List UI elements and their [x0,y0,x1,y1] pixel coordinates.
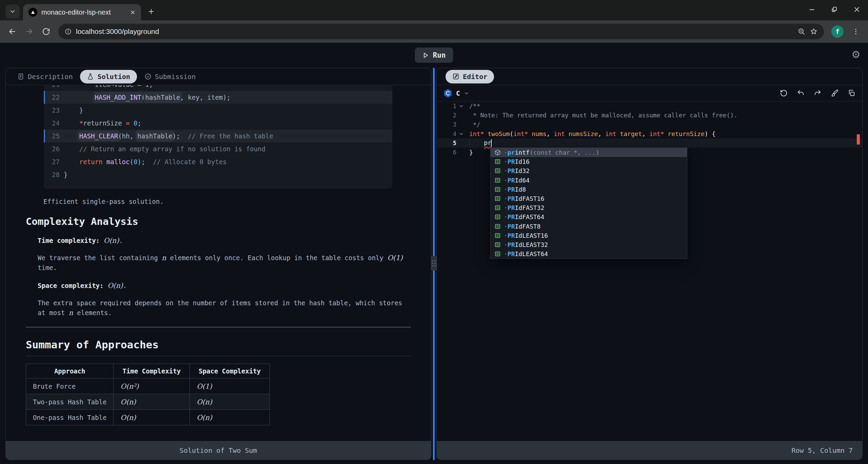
tab-search-button[interactable] [5,4,20,19]
run-button[interactable]: Run [415,47,453,63]
run-label: Run [433,51,446,59]
tab-solution[interactable]: Solution [80,70,137,83]
text-symbol-icon [494,168,501,174]
table-row: Two-pass Hash TableO(n)O(n) [26,394,270,410]
back-button[interactable] [5,25,19,38]
arrow-right-icon [25,27,34,36]
table-header: Space Complexity [190,364,270,379]
text-symbol-icon [494,251,501,257]
text-symbol-icon [494,205,501,211]
intro-paragraph: Efficient single-pass solution. [43,197,410,207]
complexity-heading: Complexity Analysis [26,215,431,228]
code-line: 28} [44,168,392,181]
space-complexity-paragraph: The extra space required depends on the … [38,298,404,318]
browser-tab[interactable]: monaco-editor-lsp-next [23,4,141,20]
url-text[interactable]: localhost:3000/playground [76,27,159,36]
monaco-editor[interactable]: 1/**2 * Note: The returned array must be… [437,101,862,441]
address-bar[interactable]: localhost:3000/playground [58,24,824,39]
suggest-item[interactable]: ·PRIdLEAST16 [491,231,687,240]
solution-content[interactable]: 21 item→value = 1;22 HASH_ADD_INT(hashTa… [6,85,431,441]
code-line: 23 } [44,104,392,117]
tab-editor[interactable]: Editor [446,70,494,83]
chevron-down-icon [464,91,469,96]
language-label: C [456,89,460,97]
format-brush-button[interactable] [830,89,839,97]
suggest-item[interactable]: ·PRIdFAST64 [491,212,687,221]
reset-button[interactable] [780,89,788,97]
problem-panel: Description Solution Submission 21 item→… [5,68,431,460]
kebab-menu-icon [852,28,860,35]
reload-button[interactable] [39,25,53,38]
problem-footer: Solution of Two Sum [6,441,431,460]
panel-resizer[interactable] [431,68,436,460]
table-header: Time Complexity [114,364,190,379]
close-window-button[interactable] [846,0,868,19]
fold-chevron-icon[interactable] [456,131,466,136]
document-icon [17,73,24,80]
text-symbol-icon [494,195,501,202]
play-icon [422,52,429,59]
resizer-grip-icon[interactable] [431,256,437,271]
zoom-out-icon[interactable] [797,27,806,36]
chevron-down-icon [9,8,16,15]
suggest-item[interactable]: ·PRIdFAST8 [491,222,687,231]
editor-line[interactable]: 5 pr [437,138,862,148]
tab-submission-label: Submission [155,73,196,81]
browser-tab-title: monaco-editor-lsp-next [41,8,126,16]
browser-toolbar: localhost:3000/playground f [0,20,868,43]
space-complexity-line: Space complexity: O(n). [38,281,431,291]
tab-description-label: Description [28,73,73,81]
text-symbol-icon [494,177,501,183]
indent-guide [469,138,470,148]
editor-toolbar: C [437,85,862,101]
undo-button[interactable] [796,89,805,97]
browser-menu-button[interactable] [849,25,863,38]
redo-button[interactable] [813,89,822,97]
editor-actions [780,89,855,97]
code-line: 24 *returnSize = 0; [44,117,392,130]
fold-chevron-icon[interactable] [456,103,466,109]
autocomplete-dropdown: ·printf(const char *, ...)·PRId16·PRId32… [490,148,687,259]
app-header: Run ⚙ [0,43,868,68]
code-line: 25 HASH_CLEAR(hh, hashTable); // Free th… [44,130,392,142]
editor-line[interactable]: 1/** [437,101,862,111]
suggest-item[interactable]: ·printf(const char *, ...) [491,148,687,157]
copy-button[interactable] [847,89,855,97]
suggest-item[interactable]: ·PRId8 [491,185,687,194]
solution-code-block: 21 item→value = 1;22 HASH_ADD_INT(hashTa… [44,85,392,189]
text-symbol-icon [494,158,501,165]
restore-button[interactable] [823,0,846,19]
suggest-item[interactable]: ·PRId32 [491,166,687,175]
table-row: Brute ForceO(n²)O(1) [26,379,270,394]
suggest-item[interactable]: ·PRIdFAST16 [491,194,687,203]
forward-button[interactable] [22,25,36,38]
table-row: One-pass Hash TableO(n)O(n) [26,410,270,425]
browser-tab-bar: monaco-editor-lsp-next [0,0,868,20]
vercel-favicon-icon [28,8,37,17]
tab-close-icon[interactable] [130,9,136,15]
editor-panel: Editor C 1/**2 * Note: The ret [436,68,863,460]
suggest-item[interactable]: ·PRIdLEAST64 [491,249,687,258]
minimize-button[interactable] [801,0,823,19]
editor-line[interactable]: 4int* twoSum(int* nums, int numsSize, in… [437,129,862,138]
editor-line[interactable]: 2 * Note: The returned array must be mal… [437,111,862,120]
bookmark-star-icon[interactable] [810,27,818,36]
text-symbol-icon [494,241,501,248]
text-symbol-icon [494,186,501,193]
editor-tabs: Editor [437,68,862,85]
new-tab-button[interactable] [144,5,158,18]
tab-description[interactable]: Description [15,70,75,83]
editor-line[interactable]: 3 */ [437,120,862,129]
profile-avatar[interactable]: f [831,25,844,38]
suggest-item[interactable]: ·PRId64 [491,176,687,185]
suggest-item[interactable]: ·PRIdLEAST32 [491,240,687,249]
tab-submission[interactable]: Submission [142,70,198,83]
settings-gear-icon[interactable]: ⚙ [851,50,861,60]
suggest-item[interactable]: ·PRIdFAST32 [491,203,687,212]
site-info-icon[interactable] [64,28,72,35]
language-selector[interactable]: C [443,89,469,98]
text-cursor [491,139,492,147]
arrow-left-icon [8,27,17,36]
suggest-item[interactable]: ·PRId16 [491,157,687,166]
c-language-icon [443,89,452,98]
